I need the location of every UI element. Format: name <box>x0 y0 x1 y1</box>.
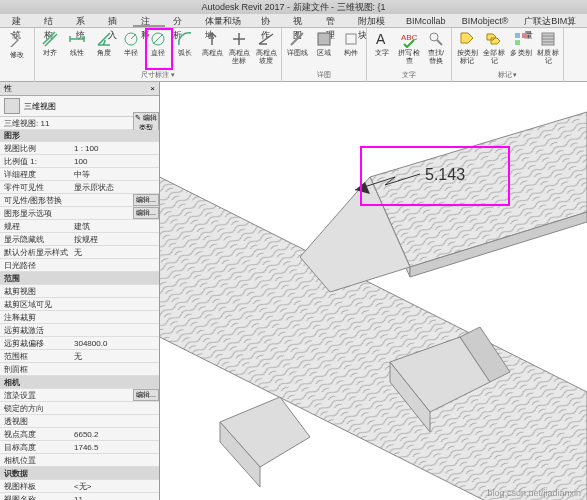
modify-button[interactable]: 修改 <box>3 30 31 59</box>
3d-viewport[interactable]: 5.143 <box>160 82 587 500</box>
highlight-spot-elevation <box>145 28 173 70</box>
prop-row[interactable]: 图形显示选项编辑... <box>0 207 159 220</box>
prop-row[interactable]: 渲染设置编辑... <box>0 389 159 402</box>
prop-row[interactable]: 远剪裁偏移304800.0 <box>0 337 159 350</box>
watermark: blog.csdn.net/jiadianxin <box>487 488 581 498</box>
edit-button[interactable]: 编辑... <box>133 194 159 206</box>
prop-row[interactable]: 规程建筑 <box>0 220 159 233</box>
tag-all-button[interactable]: 全部 标记 <box>482 30 506 65</box>
workspace: 性× 三维视图 三维视图: 11 ✎ 编辑类型 图形 视图比例1 : 100比例… <box>0 82 587 500</box>
ribbon-group-modify: 修改 <box>0 28 35 82</box>
prop-row[interactable]: 视图样板<无> <box>0 480 159 493</box>
ribbon-group-detail: 详图线 区域 构件 详图 <box>282 28 367 82</box>
prop-row[interactable]: 日光路径 <box>0 259 159 272</box>
svg-rect-8 <box>522 33 527 38</box>
view3d-icon <box>4 98 20 114</box>
svg-text:A: A <box>376 31 386 47</box>
prop-row[interactable]: 可见性/图形替换编辑... <box>0 194 159 207</box>
menu-item[interactable]: 结构 <box>36 14 68 27</box>
menu-item[interactable]: 附加模块 <box>350 14 398 27</box>
menu-item[interactable]: 视图 <box>285 14 317 27</box>
ribbon-group-text: A文字 ABC拼写 检查 查找/ 替换 文字 <box>367 28 452 82</box>
svg-point-6 <box>430 33 438 41</box>
prop-row[interactable]: 比例值 1:100 <box>0 155 159 168</box>
arc-length-button[interactable]: 弧长 <box>173 30 197 65</box>
prop-row[interactable]: 视点高度6650.2 <box>0 428 159 441</box>
prop-row[interactable]: 裁剪区域可见 <box>0 298 159 311</box>
menu-item[interactable]: 协作 <box>253 14 285 27</box>
spot-elevation-button[interactable]: 高程点 <box>200 30 224 65</box>
tag-category-button[interactable]: 按类别 标记 <box>455 30 479 65</box>
prop-row[interactable]: 视图比例1 : 100 <box>0 142 159 155</box>
svg-text:ABC: ABC <box>401 33 418 42</box>
menu-item[interactable]: 广联达BIM算量 <box>516 14 587 27</box>
svg-rect-9 <box>515 40 520 45</box>
spell-check-button[interactable]: ABC拼写 检查 <box>397 30 421 65</box>
component-button[interactable]: 构件 <box>339 30 363 57</box>
family-row: 三维视图: 11 ✎ 编辑类型 <box>0 117 159 130</box>
prop-row[interactable]: 裁剪视图 <box>0 285 159 298</box>
prop-row[interactable]: 透视图 <box>0 415 159 428</box>
menu-item[interactable]: 体量和场地 <box>197 14 253 27</box>
menu-item[interactable]: BIMobject® <box>454 14 517 27</box>
angular-dim-button[interactable]: 角度 <box>92 30 116 65</box>
menu-item-annotate[interactable]: 注释 <box>133 14 165 27</box>
menu-bar: 建筑 结构 系统 插入 注释 分析 体量和场地 协作 视图 管理 附加模块 BI… <box>0 14 587 28</box>
prop-row[interactable]: 远剪裁激活 <box>0 324 159 337</box>
prop-row[interactable]: 默认分析显示样式无 <box>0 246 159 259</box>
prop-row[interactable]: 目标高度1746.5 <box>0 441 159 454</box>
aligned-dim-button[interactable]: 对齐 <box>38 30 62 65</box>
prop-row[interactable]: 范围框无 <box>0 350 159 363</box>
properties-header: 性× <box>0 82 159 96</box>
edit-button[interactable]: 编辑... <box>133 389 159 401</box>
highlight-dimension <box>360 146 510 206</box>
ribbon-group-tag: 按类别 标记 全部 标记 多 类别 材质 标记 标记 ▾ <box>452 28 564 82</box>
region-button[interactable]: 区域 <box>312 30 336 57</box>
menu-item[interactable]: 建筑 <box>4 14 36 27</box>
prop-row[interactable]: 相机位置 <box>0 454 159 467</box>
spot-coord-button[interactable]: 高程点 坐标 <box>227 30 251 65</box>
prop-row[interactable]: 锁定的方向 <box>0 402 159 415</box>
prop-row[interactable]: 零件可见性显示原状态 <box>0 181 159 194</box>
prop-row[interactable]: 显示隐藏线按规程 <box>0 233 159 246</box>
menu-item[interactable]: BIMcollab <box>398 14 454 27</box>
svg-rect-2 <box>318 33 330 45</box>
close-icon[interactable]: × <box>150 82 155 95</box>
prop-row[interactable]: 详细程度中等 <box>0 168 159 181</box>
radial-dim-button[interactable]: 半径 <box>119 30 143 65</box>
multi-category-button[interactable]: 多 类别 <box>509 30 533 65</box>
menu-item[interactable]: 分析 <box>165 14 197 27</box>
ribbon: 修改 对齐 线性 角度 半径 直径 弧长 高程点 高程点 坐标 高程点 坡度 尺… <box>0 28 587 82</box>
spot-slope-button[interactable]: 高程点 坡度 <box>254 30 278 65</box>
find-replace-button[interactable]: 查找/ 替换 <box>424 30 448 65</box>
text-button[interactable]: A文字 <box>370 30 394 65</box>
properties-panel: 性× 三维视图 三维视图: 11 ✎ 编辑类型 图形 视图比例1 : 100比例… <box>0 82 160 500</box>
menu-item[interactable]: 系统 <box>68 14 100 27</box>
material-tag-button[interactable]: 材质 标记 <box>536 30 560 65</box>
menu-item[interactable]: 管理 <box>318 14 350 27</box>
prop-row[interactable]: 剖面框 <box>0 363 159 376</box>
title-bar: Autodesk Revit 2017 - 新建文件 - 三维视图: {1 <box>0 0 587 14</box>
detail-line-button[interactable]: 详图线 <box>285 30 309 57</box>
svg-rect-7 <box>515 33 520 38</box>
svg-rect-3 <box>346 34 356 44</box>
edit-button[interactable]: 编辑... <box>133 207 159 219</box>
menu-item[interactable]: 插入 <box>100 14 132 27</box>
linear-dim-button[interactable]: 线性 <box>65 30 89 65</box>
prop-row[interactable]: 注释裁剪 <box>0 311 159 324</box>
prop-row[interactable]: 视图名称11 <box>0 493 159 500</box>
